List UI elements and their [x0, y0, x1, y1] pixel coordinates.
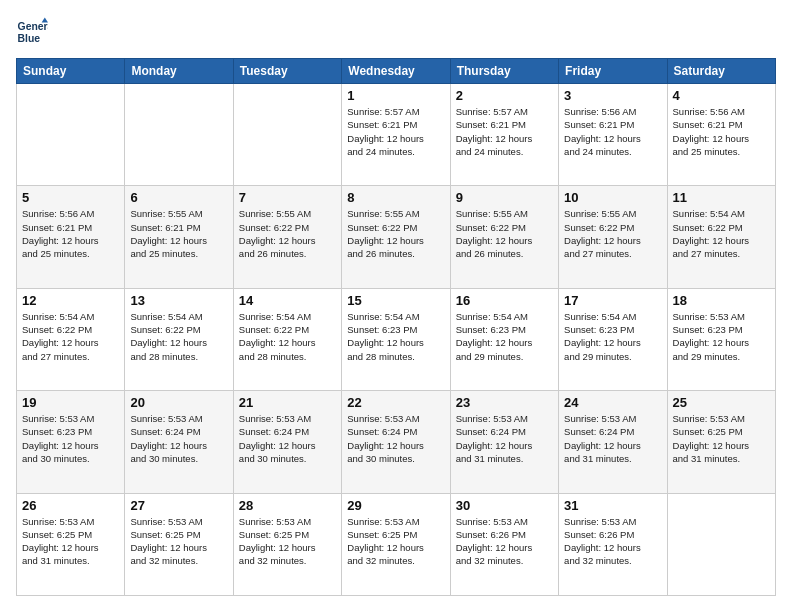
day-number: 6	[130, 190, 227, 205]
day-info: Sunrise: 5:53 AM Sunset: 6:23 PM Dayligh…	[22, 412, 119, 465]
day-number: 3	[564, 88, 661, 103]
day-header-saturday: Saturday	[667, 59, 775, 84]
logo: General Blue	[16, 16, 48, 48]
calendar-cell	[17, 84, 125, 186]
day-number: 11	[673, 190, 770, 205]
day-number: 31	[564, 498, 661, 513]
calendar-cell: 27Sunrise: 5:53 AM Sunset: 6:25 PM Dayli…	[125, 493, 233, 595]
calendar-cell: 8Sunrise: 5:55 AM Sunset: 6:22 PM Daylig…	[342, 186, 450, 288]
calendar-cell: 25Sunrise: 5:53 AM Sunset: 6:25 PM Dayli…	[667, 391, 775, 493]
day-header-thursday: Thursday	[450, 59, 558, 84]
day-number: 5	[22, 190, 119, 205]
day-info: Sunrise: 5:53 AM Sunset: 6:25 PM Dayligh…	[673, 412, 770, 465]
calendar-table: SundayMondayTuesdayWednesdayThursdayFrid…	[16, 58, 776, 596]
svg-marker-2	[42, 18, 48, 23]
calendar-cell: 7Sunrise: 5:55 AM Sunset: 6:22 PM Daylig…	[233, 186, 341, 288]
day-info: Sunrise: 5:53 AM Sunset: 6:25 PM Dayligh…	[239, 515, 336, 568]
calendar-cell: 13Sunrise: 5:54 AM Sunset: 6:22 PM Dayli…	[125, 288, 233, 390]
day-info: Sunrise: 5:57 AM Sunset: 6:21 PM Dayligh…	[456, 105, 553, 158]
day-info: Sunrise: 5:54 AM Sunset: 6:23 PM Dayligh…	[564, 310, 661, 363]
svg-text:General: General	[18, 21, 48, 32]
calendar-cell: 4Sunrise: 5:56 AM Sunset: 6:21 PM Daylig…	[667, 84, 775, 186]
calendar-cell: 12Sunrise: 5:54 AM Sunset: 6:22 PM Dayli…	[17, 288, 125, 390]
calendar-cell: 14Sunrise: 5:54 AM Sunset: 6:22 PM Dayli…	[233, 288, 341, 390]
day-header-friday: Friday	[559, 59, 667, 84]
day-info: Sunrise: 5:53 AM Sunset: 6:23 PM Dayligh…	[673, 310, 770, 363]
calendar-cell: 24Sunrise: 5:53 AM Sunset: 6:24 PM Dayli…	[559, 391, 667, 493]
calendar-cell: 19Sunrise: 5:53 AM Sunset: 6:23 PM Dayli…	[17, 391, 125, 493]
day-number: 27	[130, 498, 227, 513]
calendar-cell: 26Sunrise: 5:53 AM Sunset: 6:25 PM Dayli…	[17, 493, 125, 595]
page: General Blue SundayMondayTuesdayWednesda…	[0, 0, 792, 612]
day-number: 25	[673, 395, 770, 410]
day-info: Sunrise: 5:53 AM Sunset: 6:25 PM Dayligh…	[347, 515, 444, 568]
calendar-cell: 28Sunrise: 5:53 AM Sunset: 6:25 PM Dayli…	[233, 493, 341, 595]
calendar-cell: 10Sunrise: 5:55 AM Sunset: 6:22 PM Dayli…	[559, 186, 667, 288]
day-info: Sunrise: 5:54 AM Sunset: 6:23 PM Dayligh…	[456, 310, 553, 363]
day-number: 18	[673, 293, 770, 308]
day-info: Sunrise: 5:53 AM Sunset: 6:24 PM Dayligh…	[456, 412, 553, 465]
calendar-cell: 9Sunrise: 5:55 AM Sunset: 6:22 PM Daylig…	[450, 186, 558, 288]
day-number: 4	[673, 88, 770, 103]
day-number: 17	[564, 293, 661, 308]
day-info: Sunrise: 5:54 AM Sunset: 6:23 PM Dayligh…	[347, 310, 444, 363]
calendar-cell: 21Sunrise: 5:53 AM Sunset: 6:24 PM Dayli…	[233, 391, 341, 493]
calendar-cell: 5Sunrise: 5:56 AM Sunset: 6:21 PM Daylig…	[17, 186, 125, 288]
day-info: Sunrise: 5:53 AM Sunset: 6:25 PM Dayligh…	[130, 515, 227, 568]
calendar-cell: 31Sunrise: 5:53 AM Sunset: 6:26 PM Dayli…	[559, 493, 667, 595]
day-info: Sunrise: 5:56 AM Sunset: 6:21 PM Dayligh…	[22, 207, 119, 260]
day-number: 20	[130, 395, 227, 410]
day-info: Sunrise: 5:54 AM Sunset: 6:22 PM Dayligh…	[130, 310, 227, 363]
week-row-1: 1Sunrise: 5:57 AM Sunset: 6:21 PM Daylig…	[17, 84, 776, 186]
day-info: Sunrise: 5:53 AM Sunset: 6:25 PM Dayligh…	[22, 515, 119, 568]
calendar-cell: 6Sunrise: 5:55 AM Sunset: 6:21 PM Daylig…	[125, 186, 233, 288]
svg-text:Blue: Blue	[18, 33, 41, 44]
day-number: 1	[347, 88, 444, 103]
day-info: Sunrise: 5:54 AM Sunset: 6:22 PM Dayligh…	[239, 310, 336, 363]
day-info: Sunrise: 5:53 AM Sunset: 6:24 PM Dayligh…	[130, 412, 227, 465]
day-header-monday: Monday	[125, 59, 233, 84]
calendar-cell: 18Sunrise: 5:53 AM Sunset: 6:23 PM Dayli…	[667, 288, 775, 390]
calendar-cell: 3Sunrise: 5:56 AM Sunset: 6:21 PM Daylig…	[559, 84, 667, 186]
day-number: 23	[456, 395, 553, 410]
day-number: 13	[130, 293, 227, 308]
day-info: Sunrise: 5:53 AM Sunset: 6:24 PM Dayligh…	[564, 412, 661, 465]
day-info: Sunrise: 5:53 AM Sunset: 6:26 PM Dayligh…	[456, 515, 553, 568]
day-info: Sunrise: 5:54 AM Sunset: 6:22 PM Dayligh…	[22, 310, 119, 363]
day-number: 9	[456, 190, 553, 205]
calendar-cell: 2Sunrise: 5:57 AM Sunset: 6:21 PM Daylig…	[450, 84, 558, 186]
day-info: Sunrise: 5:55 AM Sunset: 6:22 PM Dayligh…	[564, 207, 661, 260]
calendar-cell: 15Sunrise: 5:54 AM Sunset: 6:23 PM Dayli…	[342, 288, 450, 390]
calendar-cell	[667, 493, 775, 595]
day-number: 21	[239, 395, 336, 410]
day-info: Sunrise: 5:53 AM Sunset: 6:26 PM Dayligh…	[564, 515, 661, 568]
day-number: 26	[22, 498, 119, 513]
calendar-cell	[233, 84, 341, 186]
day-info: Sunrise: 5:55 AM Sunset: 6:22 PM Dayligh…	[347, 207, 444, 260]
day-number: 10	[564, 190, 661, 205]
day-number: 29	[347, 498, 444, 513]
day-number: 15	[347, 293, 444, 308]
day-info: Sunrise: 5:56 AM Sunset: 6:21 PM Dayligh…	[564, 105, 661, 158]
calendar-cell: 22Sunrise: 5:53 AM Sunset: 6:24 PM Dayli…	[342, 391, 450, 493]
day-info: Sunrise: 5:56 AM Sunset: 6:21 PM Dayligh…	[673, 105, 770, 158]
calendar-cell: 30Sunrise: 5:53 AM Sunset: 6:26 PM Dayli…	[450, 493, 558, 595]
week-row-2: 5Sunrise: 5:56 AM Sunset: 6:21 PM Daylig…	[17, 186, 776, 288]
day-info: Sunrise: 5:57 AM Sunset: 6:21 PM Dayligh…	[347, 105, 444, 158]
calendar-cell: 29Sunrise: 5:53 AM Sunset: 6:25 PM Dayli…	[342, 493, 450, 595]
calendar-cell: 23Sunrise: 5:53 AM Sunset: 6:24 PM Dayli…	[450, 391, 558, 493]
day-number: 7	[239, 190, 336, 205]
calendar-cell	[125, 84, 233, 186]
day-number: 19	[22, 395, 119, 410]
day-info: Sunrise: 5:53 AM Sunset: 6:24 PM Dayligh…	[239, 412, 336, 465]
day-info: Sunrise: 5:55 AM Sunset: 6:22 PM Dayligh…	[239, 207, 336, 260]
calendar-cell: 16Sunrise: 5:54 AM Sunset: 6:23 PM Dayli…	[450, 288, 558, 390]
day-info: Sunrise: 5:55 AM Sunset: 6:21 PM Dayligh…	[130, 207, 227, 260]
week-row-4: 19Sunrise: 5:53 AM Sunset: 6:23 PM Dayli…	[17, 391, 776, 493]
day-header-tuesday: Tuesday	[233, 59, 341, 84]
day-number: 14	[239, 293, 336, 308]
day-number: 16	[456, 293, 553, 308]
day-number: 12	[22, 293, 119, 308]
day-number: 8	[347, 190, 444, 205]
week-row-5: 26Sunrise: 5:53 AM Sunset: 6:25 PM Dayli…	[17, 493, 776, 595]
